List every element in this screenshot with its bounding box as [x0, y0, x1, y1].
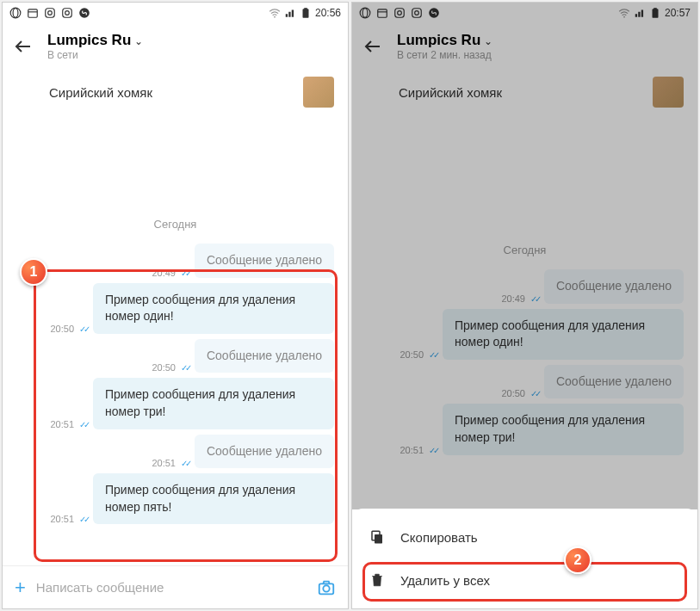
- svg-point-1: [13, 9, 18, 18]
- svg-rect-26: [375, 534, 382, 544]
- svg-point-15: [362, 9, 368, 18]
- svg-point-7: [65, 11, 70, 15]
- wifi-icon: [269, 7, 281, 19]
- check-icon: ✓✓: [429, 446, 437, 455]
- pinned-message[interactable]: Сирийский хомяк: [3, 70, 348, 121]
- message-row[interactable]: 20:51 ✓✓ Пример сообщения для удаления н…: [3, 375, 348, 431]
- instagram-icon: [44, 7, 56, 19]
- header-info[interactable]: Lumpics Ru⌄ В сети 2 мин. назад: [397, 32, 492, 61]
- phone-left: 20:56 Lumpics Ru⌄ В сети Сирийский хомяк…: [2, 2, 349, 609]
- back-icon[interactable]: [362, 36, 383, 57]
- svg-point-5: [48, 11, 53, 15]
- check-icon: ✓✓: [79, 515, 88, 524]
- message-bubble: Пример сообщения для удаления номер пять…: [93, 473, 334, 524]
- message-time: 20:49: [152, 268, 176, 278]
- pinned-text: Сирийский хомяк: [49, 85, 152, 100]
- copy-icon: [369, 529, 385, 545]
- battery-icon: [300, 7, 312, 19]
- signal-icon: [284, 7, 296, 19]
- message-row[interactable]: 20:50 ✓✓ Сообщение удалено: [3, 336, 348, 376]
- status-right: 20:56: [269, 7, 341, 19]
- message-time: 20:50: [50, 324, 74, 334]
- check-icon: ✓✓: [181, 363, 189, 373]
- svg-rect-11: [304, 8, 307, 9]
- svg-point-13: [323, 585, 329, 591]
- status-bar: 20:56: [3, 3, 348, 23]
- message-bubble: Пример сообщения для удаления номер три!: [443, 404, 684, 454]
- header-info[interactable]: Lumpics Ru⌄ В сети: [47, 32, 143, 61]
- svg-point-19: [398, 11, 402, 15]
- chat-title: Lumpics Ru: [397, 32, 480, 48]
- back-icon[interactable]: [13, 36, 34, 57]
- message-bubble: Сообщение удалено: [544, 365, 684, 399]
- menu-delete[interactable]: Удалить у всех: [352, 559, 697, 602]
- message-row[interactable]: 20:51 ✓✓ Сообщение удалено: [3, 432, 348, 472]
- message-time: 20:50: [152, 362, 176, 373]
- signal-icon: [634, 7, 646, 19]
- message-time: 20:50: [400, 349, 424, 360]
- calendar-icon: [27, 7, 39, 19]
- svg-rect-18: [395, 9, 405, 18]
- check-icon: ✓✓: [79, 420, 88, 429]
- menu-copy-label: Скопировать: [400, 530, 478, 545]
- chat-header: Lumpics Ru⌄ В сети: [3, 23, 348, 70]
- input-bar: + Написать сообщение: [3, 565, 348, 608]
- message-time: 20:51: [50, 419, 74, 429]
- svg-rect-10: [302, 9, 308, 17]
- message-row[interactable]: 20:49 ✓✓ Сообщение удалено: [3, 241, 348, 281]
- message-time: 20:49: [501, 293, 525, 304]
- badge-1: 1: [20, 258, 47, 286]
- message-row[interactable]: 20:50 ✓✓ Сообщение удалено: [352, 362, 697, 402]
- message-row[interactable]: 20:51 ✓✓ Пример сообщения для удаления н…: [352, 401, 697, 457]
- message-row[interactable]: 20:50 ✓✓ Пример сообщения для удаления н…: [352, 306, 697, 362]
- status-bar: 20:57: [352, 3, 697, 23]
- status-left: [359, 7, 440, 19]
- message-time: 20:51: [400, 445, 424, 455]
- status-left: [9, 7, 90, 19]
- pinned-message[interactable]: Сирийский хомяк: [352, 70, 697, 121]
- message-bubble: Сообщение удалено: [195, 435, 334, 469]
- battery-icon: [649, 7, 661, 19]
- status-time: 20:56: [315, 7, 341, 19]
- chevron-down-icon: ⌄: [484, 35, 492, 47]
- phone-right: 20:57 Lumpics Ru⌄ В сети 2 мин. назад Си…: [351, 2, 698, 609]
- svg-rect-20: [412, 9, 422, 18]
- message-bubble: Пример сообщения для удаления номер один…: [93, 283, 334, 334]
- check-icon: ✓✓: [181, 268, 189, 278]
- plus-icon[interactable]: +: [15, 577, 26, 599]
- message-input[interactable]: Написать сообщение: [36, 580, 307, 595]
- menu-copy[interactable]: Скопировать: [352, 515, 697, 559]
- avatar: [303, 77, 334, 108]
- message-bubble: Пример сообщения для удаления номер три!: [93, 378, 334, 429]
- calendar-icon: [376, 7, 388, 19]
- svg-rect-6: [63, 9, 72, 18]
- check-icon: ✓✓: [530, 294, 539, 304]
- svg-rect-24: [652, 9, 658, 17]
- message-row[interactable]: 20:49 ✓✓ Сообщение удалено: [352, 267, 697, 306]
- message-row[interactable]: 20:51 ✓✓ Пример сообщения для удаления н…: [3, 471, 348, 527]
- chat-area[interactable]: Сегодня 20:49 ✓✓ Сообщение удалено 20:50…: [3, 121, 348, 565]
- message-bubble: Пример сообщения для удаления номер один…: [443, 309, 684, 360]
- avatar: [653, 77, 684, 108]
- svg-point-23: [623, 16, 625, 18]
- chevron-down-icon: ⌄: [134, 35, 143, 47]
- check-icon: ✓✓: [181, 459, 189, 468]
- trash-icon: [369, 572, 385, 588]
- camera-icon[interactable]: [317, 578, 336, 597]
- svg-point-21: [415, 11, 419, 15]
- svg-rect-16: [378, 9, 387, 17]
- svg-rect-25: [654, 8, 657, 9]
- pinned-text: Сирийский хомяк: [399, 85, 502, 100]
- svg-point-14: [360, 8, 370, 18]
- svg-rect-2: [28, 9, 38, 17]
- wifi-icon: [618, 7, 630, 19]
- message-time: 20:51: [152, 458, 176, 468]
- menu-delete-label: Удалить у всех: [400, 573, 490, 588]
- chat-status: В сети: [47, 49, 143, 61]
- shazam-icon: [428, 7, 440, 19]
- message-row[interactable]: 20:50 ✓✓ Пример сообщения для удаления н…: [3, 281, 348, 336]
- svg-rect-4: [46, 9, 55, 18]
- svg-point-9: [274, 16, 276, 18]
- opera-icon: [359, 7, 371, 19]
- chat-header: Lumpics Ru⌄ В сети 2 мин. назад: [352, 23, 697, 70]
